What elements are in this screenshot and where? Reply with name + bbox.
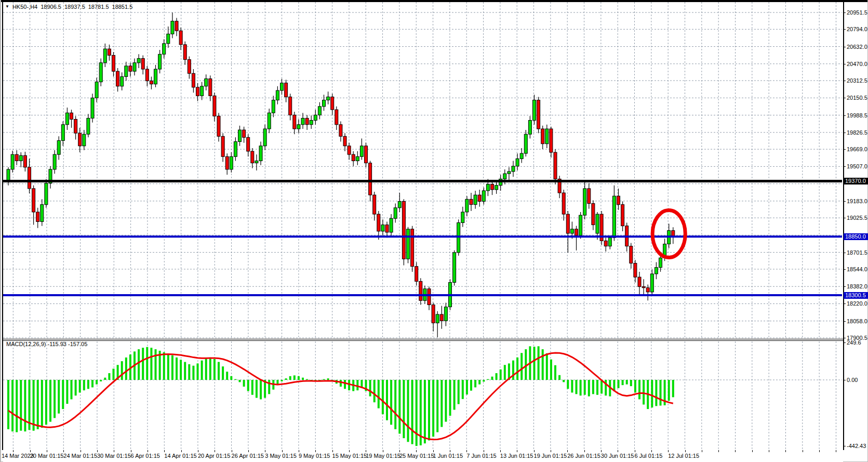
bear-candle bbox=[432, 305, 435, 323]
macd-histogram-bar bbox=[580, 380, 582, 395]
bull-candle bbox=[53, 154, 56, 169]
time-axis-tick bbox=[668, 450, 669, 452]
bear-candle bbox=[428, 289, 431, 305]
macd-histogram-bar bbox=[71, 380, 73, 399]
bull-candle bbox=[171, 21, 174, 34]
bear-candle bbox=[225, 156, 229, 169]
time-axis-tick bbox=[97, 450, 98, 452]
time-axis-tick bbox=[30, 450, 31, 452]
macd-histogram-bar bbox=[251, 380, 253, 395]
macd-histogram-bar bbox=[651, 380, 653, 407]
bear-candle bbox=[419, 281, 422, 300]
macd-indicator-canvas[interactable] bbox=[3, 341, 842, 450]
macd-histogram-bar bbox=[142, 348, 144, 380]
macd-histogram-bar bbox=[378, 380, 380, 408]
candlestick-chart-canvas[interactable] bbox=[3, 2, 842, 339]
macd-histogram-bar bbox=[424, 380, 426, 443]
price-axis-tick bbox=[843, 133, 846, 133]
time-axis-label: 14 Mar 2023 bbox=[2, 453, 34, 459]
bear-candle bbox=[621, 205, 624, 226]
macd-histogram-bar bbox=[504, 365, 506, 380]
bull-candle bbox=[453, 253, 456, 282]
time-axis-label: 19 Jun 01:15 bbox=[534, 453, 567, 459]
bear-candle bbox=[377, 214, 380, 231]
bull-candle bbox=[99, 63, 102, 82]
bear-candle bbox=[251, 151, 254, 163]
macd-histogram-bar bbox=[226, 372, 228, 380]
macd-histogram-bar bbox=[113, 368, 115, 380]
bull-candle bbox=[465, 199, 469, 212]
bear-candle bbox=[541, 129, 544, 144]
symbol-dropdown-icon[interactable]: ▼ bbox=[5, 4, 9, 9]
macd-histogram-bar bbox=[630, 380, 632, 386]
time-axis-tick bbox=[601, 450, 602, 452]
price-axis-label: 18058.0 bbox=[847, 318, 867, 325]
macd-axis-tick bbox=[843, 380, 846, 380]
macd-histogram-bar bbox=[201, 361, 203, 380]
macd-histogram-bar bbox=[588, 380, 590, 397]
bear-candle bbox=[112, 55, 115, 71]
macd-histogram-bar bbox=[563, 380, 565, 382]
macd-histogram-bar bbox=[184, 362, 186, 380]
bear-candle bbox=[243, 130, 246, 137]
macd-histogram-bar bbox=[247, 380, 249, 391]
bull-candle bbox=[201, 86, 204, 96]
macd-histogram-bar bbox=[243, 380, 245, 387]
macd-histogram-bar bbox=[188, 364, 190, 380]
macd-histogram-bar bbox=[45, 380, 47, 425]
bear-candle bbox=[129, 66, 132, 71]
bear-candle bbox=[587, 189, 591, 204]
macd-histogram-bar bbox=[655, 380, 657, 406]
bear-candle bbox=[192, 73, 195, 87]
bear-candle bbox=[470, 199, 473, 204]
macd-histogram-bar bbox=[525, 349, 527, 380]
price-axis-tick bbox=[843, 47, 846, 47]
price-axis-tick bbox=[843, 269, 846, 270]
bull-candle bbox=[103, 49, 106, 63]
macd-histogram-bar bbox=[234, 379, 236, 380]
bear-candle bbox=[550, 129, 553, 152]
time-axis-tick bbox=[299, 450, 299, 452]
bull-candle bbox=[167, 34, 170, 43]
bear-candle bbox=[343, 136, 346, 146]
bear-candle bbox=[339, 125, 342, 137]
bull-candle bbox=[133, 63, 136, 71]
time-axis-tick bbox=[81, 450, 81, 452]
time-axis-tick bbox=[752, 450, 753, 452]
bull-candle bbox=[263, 129, 266, 146]
bear-candle bbox=[116, 71, 119, 86]
time-axis-tick bbox=[332, 450, 333, 452]
time-axis-tick bbox=[819, 450, 820, 452]
macd-histogram-bar bbox=[516, 358, 518, 380]
price-axis-tick bbox=[843, 218, 846, 218]
bear-candle bbox=[331, 97, 334, 110]
panel-separator-line[interactable] bbox=[3, 339, 843, 339]
macd-histogram-bar bbox=[323, 379, 325, 380]
time-axis-tick bbox=[466, 450, 467, 452]
macd-histogram-bar bbox=[542, 349, 544, 380]
price-axis-label: 18220.0 bbox=[847, 300, 867, 307]
price-axis-tick bbox=[843, 64, 846, 64]
bull-candle bbox=[61, 125, 64, 141]
bear-candle bbox=[646, 288, 649, 292]
macd-histogram-bar bbox=[54, 380, 56, 418]
bear-candle bbox=[634, 263, 637, 277]
bear-candle bbox=[150, 81, 153, 84]
chart-title: ▼ HK50-,H4 18906.5 18937.5 18781.5 18851… bbox=[5, 4, 132, 10]
macd-histogram-bar bbox=[306, 379, 308, 380]
bull-candle bbox=[41, 205, 44, 222]
time-axis-label: 14 Apr 01:15 bbox=[164, 453, 196, 459]
time-axis-tick bbox=[265, 450, 265, 452]
bear-candle bbox=[183, 45, 186, 60]
time-axis-tick bbox=[702, 450, 702, 452]
bull-candle bbox=[381, 225, 384, 231]
time-axis-tick bbox=[114, 450, 114, 452]
bear-candle bbox=[617, 196, 620, 204]
macd-histogram-bar bbox=[416, 380, 418, 446]
bear-candle bbox=[604, 241, 607, 246]
time-axis-label: 20 Mar 01:15 bbox=[30, 453, 64, 459]
time-axis-tick bbox=[618, 450, 618, 452]
time-axis-label: 30 Jun 01:15 bbox=[601, 453, 634, 459]
time-axis-tick bbox=[651, 450, 652, 452]
macd-histogram-bar bbox=[49, 380, 51, 422]
